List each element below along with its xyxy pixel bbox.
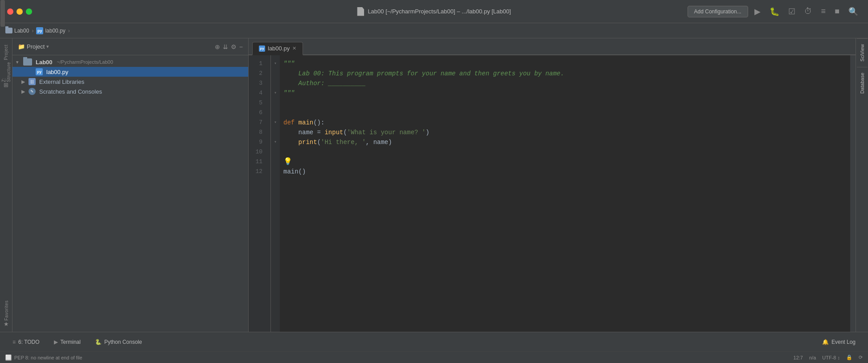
collapse-icon[interactable]: ⇊ xyxy=(223,43,228,50)
sciview-tab[interactable]: SciView xyxy=(857,38,868,67)
right-panel-tabs: SciView Database xyxy=(856,38,868,332)
close-button[interactable] xyxy=(7,8,13,15)
dropdown-arrow-icon[interactable]: ▾ xyxy=(46,44,49,50)
status-position[interactable]: 12:7 xyxy=(794,355,803,360)
tab-lab00py[interactable]: py lab00.py ✕ xyxy=(252,42,303,55)
line-num-8: 8 xyxy=(249,128,266,137)
token-9-print: print xyxy=(299,137,317,147)
project-panel-title: 📁 Project ▾ xyxy=(18,43,49,50)
gutter-8 xyxy=(272,128,279,137)
event-log-tab[interactable]: 🔔 Event Log xyxy=(815,335,863,349)
token-9-string: 'Hi there, ' xyxy=(321,137,366,147)
project-panel: 📁 Project ▾ ⊕ ⇊ ⚙ − ▾ Lab00 ~/PycharmPro… xyxy=(12,38,249,332)
status-separator: n/a xyxy=(809,355,816,360)
code-line-2: Lab 00: This program prompts for your na… xyxy=(283,69,850,78)
token-8-paren-close: ) xyxy=(426,128,429,137)
vertical-scrollbar[interactable] xyxy=(850,55,856,332)
tree-item-lab00py[interactable]: py lab00.py xyxy=(12,67,248,77)
lightbulb-icon[interactable]: 💡 xyxy=(283,157,292,167)
panel-header-icons: ⊕ ⇊ ⚙ − xyxy=(215,43,243,50)
status-left: ⬜ PEP 8: no newline at end of file xyxy=(5,355,82,361)
token-9-paren-open: ( xyxy=(317,137,321,147)
stop-button[interactable]: ■ xyxy=(832,5,842,18)
tree-item-external-libraries[interactable]: ▶ ||| External Libraries xyxy=(12,77,248,87)
tree-item-lab00-root[interactable]: ▾ Lab00 ~/PycharmProjects/Lab00 xyxy=(12,57,248,67)
root-folder-icon xyxy=(23,58,32,66)
title-bar: Lab00 [~/PycharmProjects/Lab00] – .../la… xyxy=(0,0,868,23)
search-everywhere-button[interactable]: 🔍 xyxy=(846,5,861,18)
project-strip-label[interactable]: Project xyxy=(4,45,8,60)
code-line-9: print('Hi there, ', name) xyxy=(283,137,850,147)
token-7-keyword: def xyxy=(283,118,299,128)
settings-icon[interactable]: ⚙ xyxy=(231,43,237,50)
editor-area: py lab00.py ✕ 1 2 3 4 5 6 7 8 9 10 11 12 xyxy=(249,38,856,332)
tree-item-scratches[interactable]: ▶ ✎ Scratches and Consoles xyxy=(12,87,248,96)
tab-py-icon: py xyxy=(259,45,265,52)
tree-item-label-ext-lib: External Libraries xyxy=(39,78,84,85)
event-log-tab-label: Event Log xyxy=(831,339,856,345)
code-editor[interactable]: 1 2 3 4 5 6 7 8 9 10 11 12 ▾ ▾ xyxy=(249,55,856,332)
python-console-icon: 🐍 xyxy=(95,339,102,345)
maximize-button[interactable] xyxy=(26,8,32,15)
token-8-string: 'What is your name? ' xyxy=(347,128,426,137)
gutter-1: ▾ xyxy=(272,59,279,69)
coverage-button[interactable]: ☑ xyxy=(786,5,798,18)
status-encoding[interactable]: UTF-8 ↕ xyxy=(822,355,840,360)
code-line-7: def main(): xyxy=(283,118,850,128)
debug-button[interactable]: 🐛 xyxy=(767,5,782,18)
profile-button[interactable]: ⏱ xyxy=(802,5,815,18)
token-8-paren-open: ( xyxy=(343,128,347,137)
encoding-arrow-icon: ↕ xyxy=(838,355,840,360)
add-configuration-button[interactable]: Add Configuration... xyxy=(688,6,748,17)
line-num-1: 1 xyxy=(249,59,266,69)
favorites-label[interactable]: Favorites xyxy=(2,306,11,315)
todo-tab-label: 6: TODO xyxy=(18,339,40,345)
toolbar: Add Configuration... ▶ 🐛 ☑ ⏱ ≡ ■ 🔍 xyxy=(688,5,861,18)
structure-strip-label[interactable]: Z: Structure xyxy=(2,67,11,76)
tab-bar: py lab00.py ✕ xyxy=(249,38,856,55)
tree-item-label-scratches: Scratches and Consoles xyxy=(39,88,102,95)
tab-close-icon[interactable]: ✕ xyxy=(292,45,296,51)
expand-scratch-arrow-icon: ▶ xyxy=(21,89,27,95)
minimize-button[interactable] xyxy=(16,8,23,15)
terminal-tab[interactable]: ▶ Terminal xyxy=(47,335,88,349)
token-8-name: name = xyxy=(283,128,324,137)
code-line-12: main() xyxy=(283,167,850,177)
locate-icon[interactable]: ⊕ xyxy=(215,43,220,50)
line-num-6: 6 xyxy=(249,108,266,118)
gutter-6 xyxy=(272,108,279,118)
scratch-icon: ✎ xyxy=(29,88,36,95)
grid-icon[interactable]: ⊞ xyxy=(2,81,11,90)
tab-label-lab00py: lab00.py xyxy=(268,45,290,52)
token-7-funcname: main xyxy=(299,118,314,128)
run-button[interactable]: ▶ xyxy=(752,5,763,18)
py-file-icon: py xyxy=(36,27,43,34)
gutter-3 xyxy=(272,78,279,88)
project-panel-header: 📁 Project ▾ ⊕ ⇊ ⚙ − xyxy=(12,38,248,55)
bottom-bar: ≡ 6: TODO ▶ Terminal 🐍 Python Console 🔔 … xyxy=(0,332,868,351)
breadcrumb-item-lab00py[interactable]: py lab00.py xyxy=(36,27,65,34)
project-tree: ▾ Lab00 ~/PycharmProjects/Lab00 py lab00… xyxy=(12,55,248,332)
code-gutter: ▾ ▾ ▾ ▾ xyxy=(271,55,280,332)
lab00py-icon: py xyxy=(36,68,43,75)
database-tab[interactable]: Database xyxy=(857,67,868,99)
todo-tab[interactable]: ≡ 6: TODO xyxy=(5,335,47,349)
star-icon[interactable]: ★ xyxy=(2,319,11,328)
close-panel-icon[interactable]: − xyxy=(239,43,243,50)
token-9-indent xyxy=(283,137,299,147)
run-with-coverage-button[interactable]: ≡ xyxy=(819,5,829,18)
line-num-11: 11 xyxy=(249,157,266,167)
gutter-5 xyxy=(272,98,279,108)
code-line-11: 💡 xyxy=(283,157,850,167)
breadcrumb-item-lab00[interactable]: Lab00 xyxy=(5,28,29,34)
token-2-1: Lab 00: This program prompts for your na… xyxy=(283,69,564,78)
token-4-1: """ xyxy=(283,88,295,98)
status-lock-icon: 🔒 xyxy=(846,355,852,360)
code-content[interactable]: """ Lab 00: This program prompts for you… xyxy=(280,55,850,332)
python-console-tab[interactable]: 🐍 Python Console xyxy=(88,335,149,349)
code-line-5 xyxy=(283,98,850,108)
left-strip: Project Z: Structure ⊞ Favorites ★ xyxy=(0,38,12,332)
terminal-tab-label: Terminal xyxy=(61,339,81,345)
gutter-2 xyxy=(272,69,279,78)
gutter-11 xyxy=(272,157,279,167)
